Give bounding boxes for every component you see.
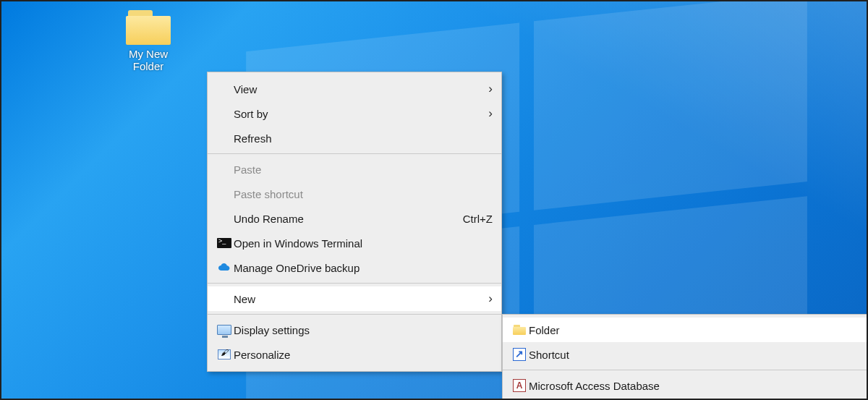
menu-item-personalize[interactable]: Personalize xyxy=(208,342,501,367)
folder-icon xyxy=(126,10,171,45)
menu-item-label: Personalize xyxy=(234,349,493,361)
submenu-item-label: Shortcut xyxy=(529,349,860,361)
menu-item-label: Undo Rename xyxy=(234,213,446,225)
desktop-context-menu: View › Sort by › Refresh Paste Paste sho… xyxy=(207,72,502,372)
menu-item-display-settings[interactable]: Display settings xyxy=(208,318,501,342)
new-submenu: Folder ↗ Shortcut A Microsoft Access Dat… xyxy=(502,314,867,399)
menu-item-new[interactable]: New › xyxy=(208,286,501,311)
menu-item-open-terminal[interactable]: Open in Windows Terminal xyxy=(208,231,501,255)
menu-item-refresh[interactable]: Refresh xyxy=(208,126,501,150)
monitor-icon xyxy=(217,325,231,335)
menu-item-label: Paste xyxy=(234,163,493,176)
menu-item-view[interactable]: View › xyxy=(208,77,501,101)
menu-item-shortcut: Ctrl+Z xyxy=(463,213,493,225)
folder-icon xyxy=(513,325,526,335)
desktop-wallpaper[interactable]: My New Folder View › Sort by › Refresh P… xyxy=(1,1,867,399)
menu-item-paste-shortcut: Paste shortcut xyxy=(208,182,501,206)
menu-separator xyxy=(208,283,501,284)
terminal-icon xyxy=(217,238,231,248)
menu-item-label: Manage OneDrive backup xyxy=(234,262,493,274)
menu-separator xyxy=(208,153,501,154)
menu-item-label: New xyxy=(234,293,482,305)
menu-item-manage-onedrive[interactable]: Manage OneDrive backup xyxy=(208,255,501,280)
submenu-item-shortcut[interactable]: ↗ Shortcut xyxy=(503,342,867,367)
menu-item-label: Paste shortcut xyxy=(234,188,493,200)
menu-item-label: Sort by xyxy=(234,108,482,120)
access-icon: A xyxy=(513,379,526,392)
submenu-item-label: Folder xyxy=(529,324,860,336)
menu-separator xyxy=(503,370,867,370)
chevron-right-icon: › xyxy=(482,82,493,96)
menu-item-label: Display settings xyxy=(234,324,493,336)
menu-separator xyxy=(208,314,501,315)
menu-item-paste: Paste xyxy=(208,157,501,182)
chevron-right-icon: › xyxy=(482,292,493,306)
menu-item-label: Refresh xyxy=(234,132,493,145)
menu-item-sort-by[interactable]: Sort by › xyxy=(208,101,501,126)
onedrive-icon xyxy=(215,260,234,275)
menu-item-undo-rename[interactable]: Undo Rename Ctrl+Z xyxy=(208,206,501,231)
menu-item-label: Open in Windows Terminal xyxy=(234,237,493,250)
desktop-folder-item[interactable]: My New Folder xyxy=(114,10,183,72)
personalize-icon xyxy=(218,349,231,359)
chevron-right-icon: › xyxy=(482,106,493,121)
desktop-folder-label: My New Folder xyxy=(114,48,183,72)
submenu-item-folder[interactable]: Folder xyxy=(503,318,867,342)
shortcut-icon: ↗ xyxy=(513,348,526,361)
submenu-item-label: Microsoft Access Database xyxy=(529,380,860,392)
menu-item-label: View xyxy=(234,83,482,95)
submenu-item-access-db[interactable]: A Microsoft Access Database xyxy=(503,373,867,398)
